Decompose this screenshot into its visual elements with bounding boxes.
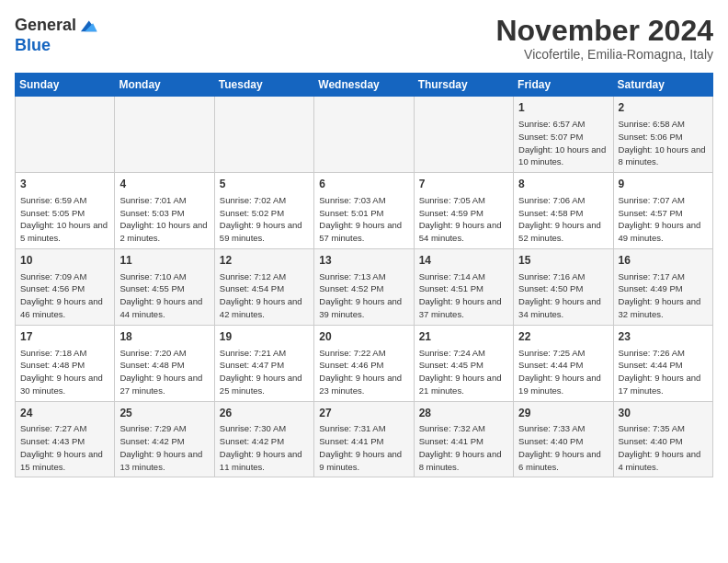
- day-number: 16: [619, 253, 708, 269]
- header-wednesday: Wednesday: [314, 74, 414, 97]
- day-info: Sunrise: 7:32 AM Sunset: 4:41 PM Dayligh…: [419, 422, 508, 473]
- header-friday: Friday: [514, 74, 613, 97]
- calendar-header: SundayMondayTuesdayWednesdayThursdayFrid…: [16, 74, 713, 97]
- day-info: Sunrise: 7:13 AM Sunset: 4:52 PM Dayligh…: [319, 270, 408, 321]
- day-info: Sunrise: 7:09 AM Sunset: 4:56 PM Dayligh…: [20, 270, 109, 321]
- day-number: 15: [518, 253, 608, 269]
- day-number: 4: [119, 177, 209, 192]
- day-number: 27: [319, 406, 408, 421]
- day-number: 5: [220, 177, 309, 192]
- calendar-cell: 9Sunrise: 7:07 AM Sunset: 4:57 PM Daylig…: [613, 173, 712, 249]
- calendar-cell: 19Sunrise: 7:21 AM Sunset: 4:47 PM Dayli…: [214, 325, 313, 401]
- calendar-cell: 16Sunrise: 7:17 AM Sunset: 4:49 PM Dayli…: [613, 248, 712, 325]
- day-number: 6: [319, 177, 408, 192]
- calendar-cell: 10Sunrise: 7:09 AM Sunset: 4:56 PM Dayli…: [16, 248, 115, 325]
- logo-text-blue: Blue: [15, 37, 98, 55]
- calendar-cell: 15Sunrise: 7:16 AM Sunset: 4:50 PM Dayli…: [514, 248, 613, 325]
- day-number: 30: [619, 406, 708, 421]
- calendar-cell: 30Sunrise: 7:35 AM Sunset: 4:40 PM Dayli…: [613, 401, 712, 477]
- calendar-cell: 6Sunrise: 7:03 AM Sunset: 5:01 PM Daylig…: [314, 173, 414, 249]
- day-number: 9: [619, 177, 708, 192]
- day-info: Sunrise: 7:17 AM Sunset: 4:49 PM Dayligh…: [619, 270, 708, 321]
- day-number: 19: [220, 329, 309, 345]
- header-thursday: Thursday: [414, 74, 513, 97]
- calendar-cell: [314, 97, 414, 173]
- day-info: Sunrise: 7:29 AM Sunset: 4:42 PM Dayligh…: [119, 422, 209, 473]
- day-info: Sunrise: 6:57 AM Sunset: 5:07 PM Dayligh…: [518, 118, 608, 168]
- calendar-cell: 24Sunrise: 7:27 AM Sunset: 4:43 PM Dayli…: [16, 401, 115, 477]
- day-info: Sunrise: 7:16 AM Sunset: 4:50 PM Dayligh…: [518, 270, 608, 321]
- day-info: Sunrise: 7:10 AM Sunset: 4:55 PM Dayligh…: [119, 270, 209, 321]
- day-number: 26: [220, 406, 309, 421]
- header-sunday: Sunday: [16, 74, 115, 97]
- day-info: Sunrise: 6:58 AM Sunset: 5:06 PM Dayligh…: [619, 118, 708, 168]
- calendar-cell: 22Sunrise: 7:25 AM Sunset: 4:44 PM Dayli…: [514, 325, 613, 401]
- day-info: Sunrise: 7:06 AM Sunset: 4:58 PM Dayligh…: [518, 194, 608, 245]
- day-info: Sunrise: 7:30 AM Sunset: 4:42 PM Dayligh…: [220, 422, 309, 473]
- day-info: Sunrise: 7:35 AM Sunset: 4:40 PM Dayligh…: [619, 422, 708, 473]
- day-number: 21: [419, 329, 508, 345]
- day-number: 24: [20, 406, 109, 421]
- month-title: November 2024: [495, 15, 713, 47]
- logo-text-general: General: [15, 17, 76, 35]
- calendar-cell: 18Sunrise: 7:20 AM Sunset: 4:48 PM Dayli…: [115, 325, 214, 401]
- calendar-cell: 28Sunrise: 7:32 AM Sunset: 4:41 PM Dayli…: [414, 401, 513, 477]
- calendar-cell: 20Sunrise: 7:22 AM Sunset: 4:46 PM Dayli…: [314, 325, 414, 401]
- day-info: Sunrise: 7:22 AM Sunset: 4:46 PM Dayligh…: [319, 347, 408, 397]
- day-number: 25: [119, 406, 209, 421]
- calendar-cell: 5Sunrise: 7:02 AM Sunset: 5:02 PM Daylig…: [214, 173, 313, 249]
- calendar-cell: 25Sunrise: 7:29 AM Sunset: 4:42 PM Dayli…: [115, 401, 214, 477]
- logo-icon: [78, 17, 98, 37]
- calendar-cell: 14Sunrise: 7:14 AM Sunset: 4:51 PM Dayli…: [414, 248, 513, 325]
- week-row-1: 1Sunrise: 6:57 AM Sunset: 5:07 PM Daylig…: [16, 97, 713, 173]
- calendar-cell: 11Sunrise: 7:10 AM Sunset: 4:55 PM Dayli…: [115, 248, 214, 325]
- day-number: 13: [319, 253, 408, 269]
- day-number: 11: [119, 253, 209, 269]
- week-row-5: 24Sunrise: 7:27 AM Sunset: 4:43 PM Dayli…: [16, 401, 713, 477]
- calendar-cell: [115, 97, 214, 173]
- day-number: 14: [419, 253, 508, 269]
- day-info: Sunrise: 7:26 AM Sunset: 4:44 PM Dayligh…: [619, 347, 708, 397]
- day-number: 10: [20, 253, 109, 269]
- calendar-cell: 12Sunrise: 7:12 AM Sunset: 4:54 PM Dayli…: [214, 248, 313, 325]
- title-block: November 2024 Vicofertile, Emilia-Romagn…: [495, 15, 713, 62]
- day-info: Sunrise: 7:24 AM Sunset: 4:45 PM Dayligh…: [419, 347, 508, 397]
- calendar-cell: 2Sunrise: 6:58 AM Sunset: 5:06 PM Daylig…: [613, 97, 712, 173]
- calendar-table: SundayMondayTuesdayWednesdayThursdayFrid…: [15, 73, 713, 477]
- week-row-2: 3Sunrise: 6:59 AM Sunset: 5:05 PM Daylig…: [16, 173, 713, 249]
- calendar-cell: 7Sunrise: 7:05 AM Sunset: 4:59 PM Daylig…: [414, 173, 513, 249]
- day-number: 22: [518, 329, 608, 345]
- day-info: Sunrise: 7:18 AM Sunset: 4:48 PM Dayligh…: [20, 347, 109, 397]
- calendar-cell: 27Sunrise: 7:31 AM Sunset: 4:41 PM Dayli…: [314, 401, 414, 477]
- calendar-cell: 4Sunrise: 7:01 AM Sunset: 5:03 PM Daylig…: [115, 173, 214, 249]
- day-number: 23: [619, 329, 708, 345]
- day-number: 12: [220, 253, 309, 269]
- header-monday: Monday: [115, 74, 214, 97]
- calendar-cell: 1Sunrise: 6:57 AM Sunset: 5:07 PM Daylig…: [514, 97, 613, 173]
- day-info: Sunrise: 7:27 AM Sunset: 4:43 PM Dayligh…: [20, 422, 109, 473]
- calendar-cell: 23Sunrise: 7:26 AM Sunset: 4:44 PM Dayli…: [613, 325, 712, 401]
- day-info: Sunrise: 7:33 AM Sunset: 4:40 PM Dayligh…: [518, 422, 608, 473]
- day-number: 7: [419, 177, 508, 192]
- day-info: Sunrise: 7:07 AM Sunset: 4:57 PM Dayligh…: [619, 194, 708, 245]
- week-row-3: 10Sunrise: 7:09 AM Sunset: 4:56 PM Dayli…: [16, 248, 713, 325]
- day-number: 29: [518, 406, 608, 421]
- calendar-cell: [414, 97, 513, 173]
- day-number: 1: [518, 100, 608, 116]
- page-header: General Blue November 2024 Vicofertile, …: [15, 15, 713, 62]
- header-tuesday: Tuesday: [214, 74, 313, 97]
- calendar-cell: 29Sunrise: 7:33 AM Sunset: 4:40 PM Dayli…: [514, 401, 613, 477]
- day-info: Sunrise: 7:25 AM Sunset: 4:44 PM Dayligh…: [518, 347, 608, 397]
- calendar-cell: 8Sunrise: 7:06 AM Sunset: 4:58 PM Daylig…: [514, 173, 613, 249]
- calendar-cell: 26Sunrise: 7:30 AM Sunset: 4:42 PM Dayli…: [214, 401, 313, 477]
- day-info: Sunrise: 6:59 AM Sunset: 5:05 PM Dayligh…: [20, 194, 109, 245]
- header-row: SundayMondayTuesdayWednesdayThursdayFrid…: [16, 74, 713, 97]
- day-info: Sunrise: 7:14 AM Sunset: 4:51 PM Dayligh…: [419, 270, 508, 321]
- day-number: 20: [319, 329, 408, 345]
- day-info: Sunrise: 7:03 AM Sunset: 5:01 PM Dayligh…: [319, 194, 408, 245]
- calendar-cell: [16, 97, 115, 173]
- calendar-cell: 17Sunrise: 7:18 AM Sunset: 4:48 PM Dayli…: [16, 325, 115, 401]
- header-saturday: Saturday: [613, 74, 712, 97]
- day-info: Sunrise: 7:02 AM Sunset: 5:02 PM Dayligh…: [220, 194, 309, 245]
- day-info: Sunrise: 7:20 AM Sunset: 4:48 PM Dayligh…: [119, 347, 209, 397]
